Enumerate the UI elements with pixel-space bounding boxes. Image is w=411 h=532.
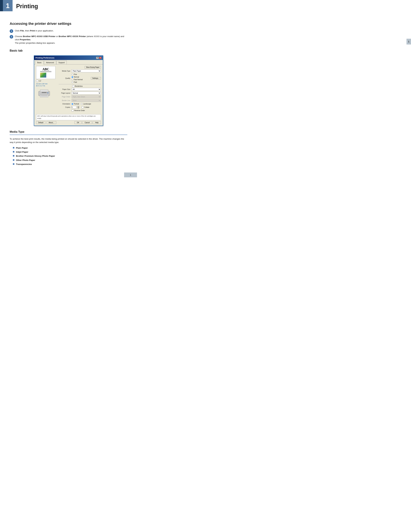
bottom-bar: 1 — [0, 172, 137, 177]
help-btn[interactable]: Help — [93, 121, 101, 124]
ok-btn[interactable]: OK — [75, 121, 82, 124]
dialog-actions: Default About... OK Cancel Help — [36, 121, 101, 124]
chapter-number: 1 — [6, 1, 9, 11]
border-line-select[interactable]: None — [72, 99, 101, 102]
page-layout-row: Page Layout Normal — [59, 92, 101, 95]
copies-control: ▲ ▼ Collate — [72, 106, 101, 108]
bullet-icon-3 — [13, 155, 14, 157]
paper-size-control: A4 — [72, 88, 101, 91]
quality-normal-label: Normal — [74, 76, 79, 78]
bullet-transparencies-text: Transparencies — [16, 163, 32, 166]
radio-fast-normal[interactable] — [72, 79, 73, 80]
radio-fine[interactable] — [72, 74, 73, 75]
preview-lines — [40, 71, 51, 77]
media-type-heading: Media Type — [10, 130, 127, 134]
orientation-portrait: Portrait — [72, 103, 79, 105]
borderless-row: Borderless — [59, 85, 101, 87]
page-layout-label: Page Layout — [59, 92, 72, 94]
radio-portrait[interactable] — [72, 103, 73, 105]
media-type-label: Media Type — [59, 70, 72, 72]
default-btn[interactable]: Default — [36, 121, 46, 124]
quality-fine: Fine — [72, 73, 91, 76]
section2-heading: Basic tab — [10, 48, 127, 53]
svg-point-4 — [47, 92, 48, 93]
preview-abc-text: ABC — [42, 67, 49, 71]
step1-text: Click File, then Print in your applicati… — [15, 29, 127, 32]
quality-row: Quality Fine Normal — [59, 73, 101, 83]
reverse-order-label: Reverse Order — [74, 109, 85, 112]
dialog-title: Printing Preferences — [36, 57, 54, 59]
tab-basic[interactable]: Basic — [35, 61, 44, 65]
landscape-label: Landscape — [83, 103, 91, 105]
main-content: Accessing the printer driver settings 1 … — [0, 16, 137, 174]
copies-input[interactable] — [72, 106, 76, 108]
page-order-label: Page Order — [59, 95, 72, 98]
bullet-glossy-photo: Brother Premium Glossy Photo Paper — [13, 154, 127, 158]
orientation-label: Orientation — [59, 103, 72, 105]
about-btn[interactable]: About... — [47, 121, 56, 124]
bullet-icon-5 — [13, 163, 14, 165]
svg-rect-1 — [40, 90, 48, 92]
preview-checkbox[interactable] — [36, 80, 38, 82]
printing-preferences-dialog: Printing Preferences ? ✕ Basic Advanced … — [34, 56, 103, 126]
bullet-other-photo: Other Photo Paper — [13, 159, 127, 162]
settings-area: Slow Drying Paper Media Type Plain Paper — [59, 66, 101, 113]
dialog-body: ABC 1,2 A4 210 x 297 mm — [34, 65, 103, 126]
bullet-inkjet-paper-text: Inkjet Paper — [16, 150, 28, 154]
paper-size-select[interactable]: A4 — [72, 88, 101, 91]
copies-down-btn[interactable]: ▼ — [77, 107, 79, 108]
reverse-order-checkbox[interactable] — [72, 109, 74, 112]
page-layout-select[interactable]: Normal — [72, 92, 101, 95]
close-titlebar-btn[interactable]: ✕ — [99, 57, 102, 59]
slow-drying-btn[interactable]: Slow Drying Paper — [85, 66, 101, 68]
media-type-select[interactable]: Plain Paper — [72, 69, 101, 72]
radio-landscape[interactable] — [81, 103, 83, 105]
bullet-inkjet-paper: Inkjet Paper — [13, 150, 127, 154]
preview-area: ABC 1,2 A4 210 x 297 mm — [36, 66, 57, 113]
dialog-tabs: Basic Advanced Support — [34, 60, 103, 65]
bullet-plain-paper-text: Plain Paper — [16, 146, 28, 150]
tab-advanced[interactable]: Advanced — [44, 61, 56, 65]
step1-file-bold: File — [20, 29, 24, 32]
quality-settings-btn[interactable]: Settings... — [91, 77, 101, 79]
help-titlebar-btn[interactable]: ? — [96, 57, 99, 59]
preview-page-label: 1,2 — [39, 80, 41, 82]
quality-normal: Normal — [72, 76, 91, 78]
paper-size-row: Paper Size A4 — [59, 88, 101, 91]
dialog-titlebar: Printing Preferences ? ✕ — [34, 56, 103, 60]
media-type-control: Plain Paper — [72, 69, 101, 72]
border-line-row: Border Line None — [59, 99, 101, 102]
bullet-icon-2 — [13, 151, 14, 152]
bullet-icon-1 — [13, 147, 14, 149]
radio-fast[interactable] — [72, 81, 73, 83]
step2-printer2-bold: Brother MFC-XXXX Printer — [59, 35, 86, 38]
collate-checkbox[interactable] — [82, 106, 84, 108]
copies-up-btn[interactable]: ▲ — [77, 106, 79, 107]
page-header: 1 Printing — [0, 0, 137, 15]
border-line-control: None — [72, 99, 101, 102]
step2-printer1-bold: Brother MFC-XXXX USB Printer — [23, 35, 56, 38]
cancel-btn[interactable]: Cancel — [82, 121, 92, 124]
step2-text: Choose Brother MFC-XXXX USB Printer or B… — [15, 35, 127, 45]
titlebar-icons: ? ✕ — [96, 57, 102, 59]
quality-fine-label: Fine — [74, 73, 77, 76]
right-actions: OK Cancel Help — [75, 121, 101, 124]
step-1: 1 Click File, then Print in your applica… — [10, 29, 127, 33]
step-2: 2 Choose Brother MFC-XXXX USB Printer or… — [10, 35, 127, 45]
radio-normal[interactable] — [72, 76, 73, 78]
bottom-page-number: 1 — [124, 172, 137, 177]
orientation-landscape: Landscape — [81, 103, 91, 105]
preview-line-2 — [40, 72, 51, 72]
tab-support[interactable]: Support — [56, 61, 67, 65]
page-order-select[interactable]: Right, then Down — [72, 95, 101, 98]
border-line-label: Border Line — [59, 99, 72, 102]
section1-heading: Accessing the printer driver settings — [10, 21, 127, 26]
preview-image — [40, 73, 46, 77]
reverse-order-control: Reverse Order — [72, 109, 85, 112]
collate-row: Collate — [82, 106, 89, 108]
portrait-label: Portrait — [74, 103, 79, 105]
chapter-title: Printing — [16, 2, 38, 11]
media-type-divider — [10, 135, 127, 135]
borderless-checkbox[interactable] — [72, 85, 74, 87]
step1-number: 1 — [10, 29, 13, 33]
